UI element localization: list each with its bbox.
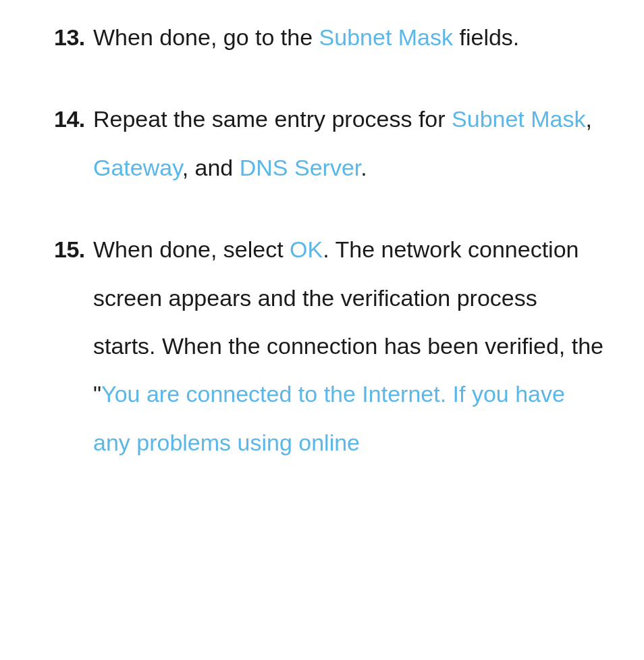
text-segment: fields.	[453, 24, 519, 50]
list-item-15: 15. When done, select OK. The network co…	[54, 226, 603, 467]
list-number: 14.	[54, 95, 93, 192]
text-segment: When done, select	[93, 236, 290, 262]
highlight-subnet-mask: Subnet Mask	[452, 106, 585, 132]
highlight-connected-message: You are connected to the Internet. If yo…	[93, 381, 565, 455]
highlight-ok: OK	[290, 236, 323, 262]
highlight-dns-server: DNS Server	[240, 155, 361, 180]
highlight-subnet-mask: Subnet Mask	[319, 24, 453, 50]
list-content: When done, select OK. The network connec…	[93, 226, 603, 467]
list-content: Repeat the same entry process for Subnet…	[93, 95, 603, 192]
text-segment: , and	[182, 155, 240, 180]
highlight-gateway: Gateway	[93, 155, 182, 180]
text-segment: .	[360, 155, 367, 180]
text-segment: When done, go to the	[93, 24, 319, 50]
list-item-14: 14. Repeat the same entry process for Su…	[54, 95, 603, 192]
list-number: 13.	[54, 14, 93, 61]
text-segment: Repeat the same entry process for	[93, 106, 452, 132]
list-item-13: 13. When done, go to the Subnet Mask fie…	[54, 14, 603, 61]
list-number: 15.	[54, 226, 93, 467]
text-segment: ,	[586, 106, 592, 132]
list-content: When done, go to the Subnet Mask fields.	[93, 14, 603, 61]
